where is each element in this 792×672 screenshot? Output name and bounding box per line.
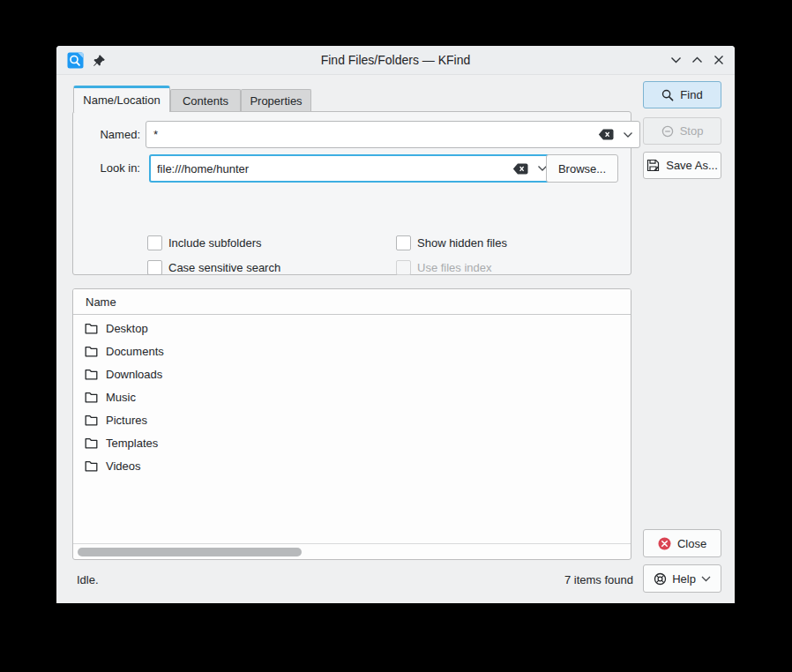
name-location-panel: Named: * Look in: file:///home/hunter Br… — [72, 111, 631, 275]
list-item[interactable]: Videos — [73, 454, 631, 477]
chevron-down-icon[interactable] — [623, 131, 633, 138]
search-icon — [661, 89, 674, 101]
kfind-window: Find Files/Folders — KFind Name/Location… — [56, 46, 735, 603]
minimize-button[interactable] — [670, 55, 682, 66]
window-title: Find Files/Folders — KFind — [56, 53, 735, 67]
checkbox-label: Use files index — [417, 261, 492, 274]
help-label: Help — [672, 572, 696, 586]
floppy-disk-icon — [646, 159, 660, 172]
list-item[interactable]: Downloads — [73, 362, 631, 385]
horizontal-scrollbar[interactable] — [78, 548, 302, 556]
look-in-label: Look in: — [73, 154, 140, 182]
list-item[interactable]: Documents — [73, 340, 631, 362]
checkbox-show-hidden-files[interactable]: Show hidden files — [396, 235, 507, 250]
list-item[interactable]: Pictures — [73, 408, 631, 431]
folder-icon — [85, 323, 98, 334]
list-item-label: Videos — [106, 459, 141, 473]
scrollbar-groove-divider — [73, 543, 631, 544]
checkbox-use-files-index: Use files index — [396, 260, 492, 275]
named-value[interactable]: * — [153, 128, 598, 141]
pin-icon[interactable] — [93, 54, 106, 67]
folder-icon — [85, 414, 98, 426]
stop-label: Stop — [680, 124, 704, 138]
kfind-app-icon — [67, 52, 84, 69]
checkbox-box — [396, 260, 411, 275]
list-item-label: Documents — [106, 345, 164, 358]
list-item-label: Pictures — [106, 414, 147, 427]
tab-contents[interactable]: Contents — [170, 89, 241, 112]
checkbox-label: Show hidden files — [417, 236, 507, 250]
look-in-input[interactable]: file:///home/hunter — [149, 154, 555, 183]
folder-icon — [85, 369, 98, 380]
clear-look-in-icon[interactable] — [512, 163, 528, 175]
clear-named-icon[interactable] — [598, 129, 614, 140]
browse-button[interactable]: Browse... — [546, 154, 618, 183]
stop-button: Stop — [643, 117, 721, 145]
life-buoy-icon — [654, 572, 667, 586]
tab-properties[interactable]: Properties — [241, 89, 311, 112]
checkbox-box[interactable] — [147, 235, 162, 250]
red-circle-x-icon — [658, 537, 671, 550]
folder-icon — [85, 346, 98, 357]
checkbox-label: Include subfolders — [168, 236, 262, 250]
look-in-value[interactable]: file:///home/hunter — [157, 162, 512, 175]
find-label: Find — [680, 88, 702, 101]
folder-icon — [85, 460, 98, 472]
folder-icon — [85, 437, 98, 449]
maximize-button[interactable] — [691, 55, 703, 66]
close-button[interactable]: Close — [643, 529, 721, 557]
help-button[interactable]: Help — [643, 564, 721, 593]
list-item-label: Templates — [106, 437, 158, 450]
checkbox-label: Case sensitive search — [168, 261, 280, 274]
save-as-label: Save As... — [666, 159, 718, 172]
list-item[interactable]: Templates — [73, 431, 631, 454]
find-button[interactable]: Find — [643, 81, 721, 108]
list-item-label: Downloads — [106, 368, 162, 381]
window-controls — [670, 55, 724, 66]
list-item[interactable]: Desktop — [73, 317, 631, 340]
circle-minus-icon — [661, 125, 674, 138]
close-label: Close — [677, 537, 706, 550]
save-as-button[interactable]: Save As... — [643, 152, 721, 179]
status-text: Idle. — [77, 573, 99, 586]
checkbox-box[interactable] — [396, 235, 411, 250]
column-header-name[interactable]: Name — [73, 289, 631, 315]
named-label: Named: — [73, 121, 140, 148]
titlebar: Find Files/Folders — KFind — [56, 46, 735, 75]
status-bar: Idle. 7 items found — [77, 569, 633, 591]
chevron-down-icon — [701, 576, 711, 582]
results-list: Name Desktop Documents — [72, 288, 631, 560]
tab-name-location[interactable]: Name/Location — [73, 86, 170, 112]
checkbox-box[interactable] — [147, 260, 162, 275]
list-item[interactable]: Music — [73, 385, 631, 408]
folder-icon — [85, 392, 98, 403]
results-rows: Desktop Documents Downloads — [73, 317, 631, 477]
list-item-label: Desktop — [106, 322, 148, 335]
checkbox-include-subfolders[interactable]: Include subfolders — [147, 235, 262, 250]
named-input[interactable]: * — [146, 121, 640, 148]
checkbox-case-sensitive[interactable]: Case sensitive search — [147, 260, 280, 275]
close-window-button[interactable] — [713, 55, 724, 66]
items-found-count: 7 items found — [564, 573, 633, 586]
list-item-label: Music — [106, 391, 136, 404]
